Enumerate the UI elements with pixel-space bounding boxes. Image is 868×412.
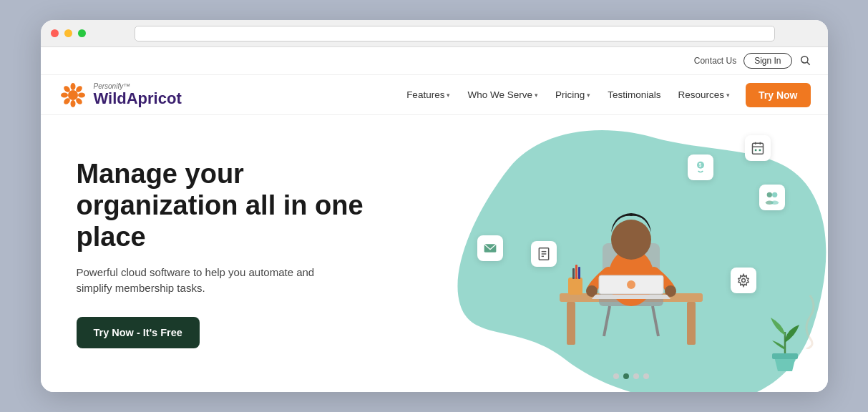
nav-features[interactable]: Features ▾ [399, 84, 457, 106]
nav-testimonials[interactable]: Testimonials [600, 84, 668, 106]
svg-point-27 [772, 192, 777, 197]
svg-point-7 [70, 100, 75, 107]
svg-rect-46 [578, 267, 580, 279]
browser-chrome [41, 20, 828, 47]
logo-text: Personify™ WildApricot [94, 82, 182, 107]
chevron-down-icon: ▾ [726, 92, 730, 99]
svg-point-29 [771, 200, 779, 205]
progress-dots [613, 373, 649, 379]
svg-point-0 [801, 56, 807, 62]
progress-dot-2[interactable] [623, 373, 629, 379]
settings-icon [731, 268, 756, 293]
logo-icon [58, 80, 88, 110]
svg-rect-47 [772, 353, 798, 359]
svg-rect-31 [567, 302, 575, 345]
sign-in-button[interactable]: Sign In [743, 53, 791, 69]
logo-name: WildApricot [94, 90, 182, 107]
nav-who-we-serve[interactable]: Who We Serve ▾ [460, 84, 545, 106]
hero-illustration: $ [434, 115, 828, 392]
hero-cta-button[interactable]: Try Now - It's Free [77, 317, 200, 348]
calendar-icon [745, 135, 771, 161]
svg-point-26 [766, 192, 771, 197]
search-button[interactable] [799, 54, 811, 68]
chevron-down-icon: ▾ [587, 92, 590, 99]
svg-point-9 [61, 92, 68, 97]
hero-subtitle: Powerful cloud software to help you auto… [77, 265, 348, 297]
site-wrapper: Contact Us Sign In [41, 47, 828, 392]
svg-rect-43 [568, 278, 582, 295]
hero-section: Manage your organization all in one plac… [41, 115, 828, 392]
plant-decoration [764, 310, 806, 378]
address-bar[interactable] [135, 26, 775, 41]
hero-right: $ [434, 115, 828, 392]
svg-point-3 [70, 83, 75, 90]
svg-line-36 [653, 306, 658, 336]
hero-left: Manage your organization all in one plac… [41, 115, 434, 392]
logo[interactable]: Personify™ WildApricot [58, 80, 182, 110]
close-dot[interactable] [51, 29, 59, 37]
svg-rect-17 [759, 149, 761, 152]
svg-point-11 [69, 91, 77, 99]
svg-rect-45 [575, 265, 577, 279]
users-icon [759, 185, 785, 210]
svg-rect-44 [572, 268, 575, 279]
svg-text:$: $ [698, 162, 701, 168]
desk-scene [524, 172, 738, 358]
browser-frame: Contact Us Sign In [41, 20, 828, 392]
svg-point-5 [78, 92, 85, 97]
try-now-button[interactable]: Try Now [746, 83, 810, 107]
minimize-dot[interactable] [64, 29, 72, 37]
progress-dot-4[interactable] [643, 373, 649, 379]
navbar: Personify™ WildApricot Features ▾ Who We… [41, 75, 828, 115]
hero-title: Manage your organization all in one plac… [77, 159, 413, 252]
receipt-icon [531, 241, 557, 267]
svg-point-42 [627, 280, 635, 289]
svg-rect-32 [687, 302, 696, 345]
money-icon: $ [688, 154, 713, 180]
nav-pricing[interactable]: Pricing ▾ [548, 84, 598, 106]
svg-rect-16 [754, 149, 756, 152]
email-icon [477, 235, 503, 261]
svg-rect-12 [752, 143, 763, 154]
svg-point-38 [611, 220, 651, 260]
chevron-down-icon: ▾ [535, 92, 538, 99]
svg-point-25 [741, 278, 745, 282]
nav-links: Features ▾ Who We Serve ▾ Pricing ▾ Test… [399, 83, 810, 107]
maximize-dot[interactable] [78, 29, 86, 37]
svg-line-35 [604, 306, 610, 336]
chevron-down-icon: ▾ [447, 92, 450, 99]
contact-us-link[interactable]: Contact Us [694, 56, 736, 66]
nav-resources[interactable]: Resources ▾ [671, 84, 738, 106]
progress-dot-3[interactable] [633, 373, 639, 379]
utility-bar: Contact Us Sign In [41, 47, 828, 75]
progress-dot-1[interactable] [613, 373, 619, 379]
svg-line-1 [807, 62, 810, 65]
